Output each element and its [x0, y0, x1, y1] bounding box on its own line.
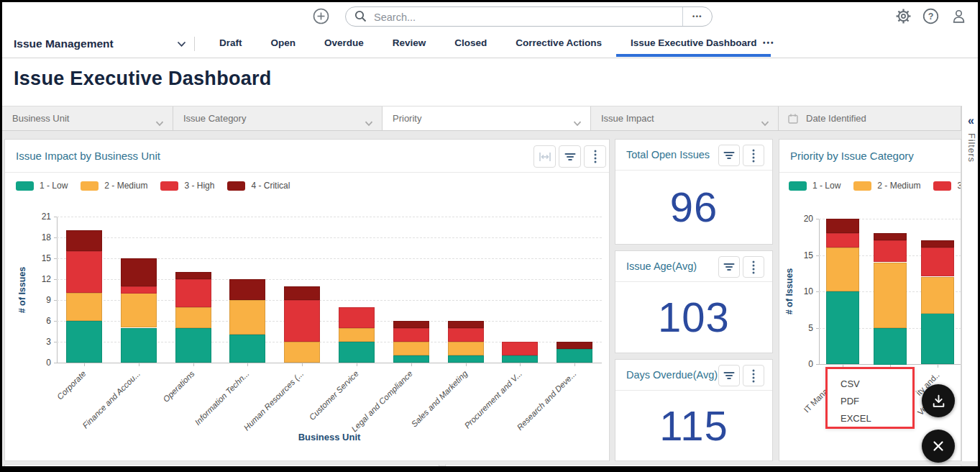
filter-button[interactable]	[718, 256, 740, 278]
filter-date-identified[interactable]: Date Identified	[779, 106, 961, 130]
bar-segment-3-high[interactable]	[393, 328, 429, 342]
filter-button[interactable]	[718, 365, 740, 386]
bar-segment-3-high[interactable]	[284, 300, 320, 342]
bar-segment-3-high[interactable]	[66, 251, 102, 293]
tab-closed[interactable]: Closed	[440, 30, 501, 57]
bar-segment-4-critical[interactable]	[921, 240, 954, 248]
filter-issue-impact[interactable]: Issue Impact	[591, 106, 779, 130]
search-input[interactable]	[372, 9, 641, 25]
tab-corrective-actions[interactable]: Corrective Actions	[501, 30, 616, 57]
bar-segment-3-high[interactable]	[921, 248, 954, 276]
bar-segment-4-critical[interactable]	[175, 272, 211, 279]
legend-item-1-low[interactable]: 1 - Low	[16, 181, 68, 191]
filter-button[interactable]	[718, 145, 740, 166]
legend-item-2-medium[interactable]: 2 - Medium	[81, 181, 147, 191]
bar-segment-1-low[interactable]	[874, 328, 907, 365]
bar-segment-2-medium[interactable]	[874, 263, 907, 328]
bar-segment-3-high[interactable]	[121, 286, 157, 294]
bar-segment-1-low[interactable]	[339, 342, 375, 363]
y-tick-label: 6	[28, 316, 51, 326]
bar-segment-2-medium[interactable]	[826, 248, 859, 291]
export-option-excel[interactable]: EXCEL	[828, 410, 912, 427]
legend-item-2-medium[interactable]: 2 - Medium	[853, 181, 920, 191]
collapse-icon[interactable]: «	[962, 115, 980, 127]
export-option-csv[interactable]: CSV	[828, 376, 912, 393]
bar-segment-4-critical[interactable]	[874, 233, 907, 240]
legend-item-1-low[interactable]: 1 - Low	[789, 181, 841, 191]
bar-segment-2-medium[interactable]	[175, 307, 211, 328]
bar-segment-1-low[interactable]	[393, 355, 429, 363]
bar-segment-1-low[interactable]	[921, 313, 954, 364]
bar-segment-1-low[interactable]	[448, 355, 484, 363]
more-menu-button[interactable]	[743, 145, 764, 166]
bar-segment-3-high[interactable]	[339, 307, 375, 328]
x-category-label: Sales and Marketing	[409, 369, 469, 429]
legend-swatch	[81, 181, 99, 191]
more-menu-button[interactable]	[743, 365, 764, 386]
filter-button[interactable]	[559, 145, 581, 168]
x-tick	[520, 363, 521, 366]
tab-draft[interactable]: Draft	[205, 30, 257, 57]
search-bar[interactable]: •••	[345, 6, 713, 27]
bar-segment-3-high[interactable]	[502, 342, 538, 355]
bar-segment-1-low[interactable]	[826, 291, 859, 364]
bar-segment-1-low[interactable]	[121, 328, 157, 363]
add-icon[interactable]	[313, 8, 329, 24]
bar-segment-1-low[interactable]	[175, 328, 211, 363]
bar-segment-1-low[interactable]	[66, 321, 102, 363]
bar-segment-1-low[interactable]	[557, 349, 592, 363]
bar-segment-2-medium[interactable]	[339, 328, 375, 342]
export-option-pdf[interactable]: PDF	[828, 393, 912, 410]
tab-overdue[interactable]: Overdue	[310, 30, 378, 57]
tab-review[interactable]: Review	[378, 30, 441, 57]
bar-segment-2-medium[interactable]	[121, 293, 157, 327]
legend: 1 - Low2 - Medium3 - High4 - Critical	[16, 181, 290, 191]
search-more-button[interactable]: •••	[682, 7, 712, 26]
bar-segment-3-high[interactable]	[448, 328, 484, 342]
help-icon[interactable]: ?	[922, 8, 939, 24]
more-menu-button[interactable]	[743, 256, 764, 278]
bar-segment-2-medium[interactable]	[448, 342, 484, 355]
bar-segment-2-medium[interactable]	[284, 342, 320, 363]
kpi-card-issue-age-avg: Issue Age(Avg)103	[615, 250, 773, 353]
tab-issue-executive-dashboard[interactable]: Issue Executive Dashboard	[616, 30, 771, 57]
bar-segment-3-high[interactable]	[874, 240, 907, 262]
bar-segment-3-high[interactable]	[826, 233, 859, 248]
bar-segment-4-critical[interactable]	[284, 286, 320, 300]
bar-segment-2-medium[interactable]	[229, 300, 265, 335]
bar-segment-2-medium[interactable]	[393, 342, 429, 355]
bar-segment-3-high[interactable]	[175, 279, 211, 307]
bar-segment-1-low[interactable]	[229, 335, 265, 363]
x-category-label: Legal and Compliance	[350, 369, 414, 433]
more-menu-button[interactable]	[584, 145, 606, 168]
bar-segment-4-critical[interactable]	[826, 219, 859, 233]
filter-business-unit[interactable]: Business Unit	[2, 106, 173, 130]
bar-segment-2-medium[interactable]	[66, 293, 102, 321]
tab-open[interactable]: Open	[257, 30, 311, 57]
download-button[interactable]	[922, 384, 955, 417]
bottom-border	[2, 466, 978, 470]
x-category-label: Operations	[162, 369, 196, 404]
filter-issue-category[interactable]: Issue Category	[173, 106, 383, 130]
bar-segment-4-critical[interactable]	[66, 230, 102, 251]
bar-segment-4-critical[interactable]	[557, 342, 592, 349]
app-menu-dropdown[interactable]: Issue Management	[14, 30, 186, 58]
legend-item-4-critical[interactable]: 4 - Critical	[227, 181, 290, 191]
bar-segment-1-low[interactable]	[502, 355, 538, 363]
bar-segment-4-critical[interactable]	[229, 279, 265, 300]
legend-item-3-high[interactable]: 3 - High	[160, 181, 214, 191]
user-icon[interactable]	[951, 8, 967, 24]
gear-icon[interactable]	[895, 8, 912, 24]
close-button[interactable]	[922, 430, 955, 463]
panel-issue-impact-by-business-unit: Issue Impact by Business Unit 1 - Low2 -…	[4, 139, 610, 461]
legend-item-3-high[interactable]: 3 - High	[933, 181, 961, 191]
bar-segment-4-critical[interactable]	[393, 321, 429, 328]
filters-rail-label: Filters	[966, 133, 976, 163]
tabs-more-button[interactable]: •••	[763, 30, 775, 55]
bar-segment-2-medium[interactable]	[921, 277, 954, 314]
bar-segment-4-critical[interactable]	[121, 258, 157, 286]
bar-segment-4-critical[interactable]	[448, 321, 484, 328]
resize-button[interactable]	[533, 145, 556, 168]
filter-priority[interactable]: Priority	[383, 106, 591, 130]
tab-bar: Issue Management DraftOpenOverdueReviewC…	[2, 30, 978, 58]
